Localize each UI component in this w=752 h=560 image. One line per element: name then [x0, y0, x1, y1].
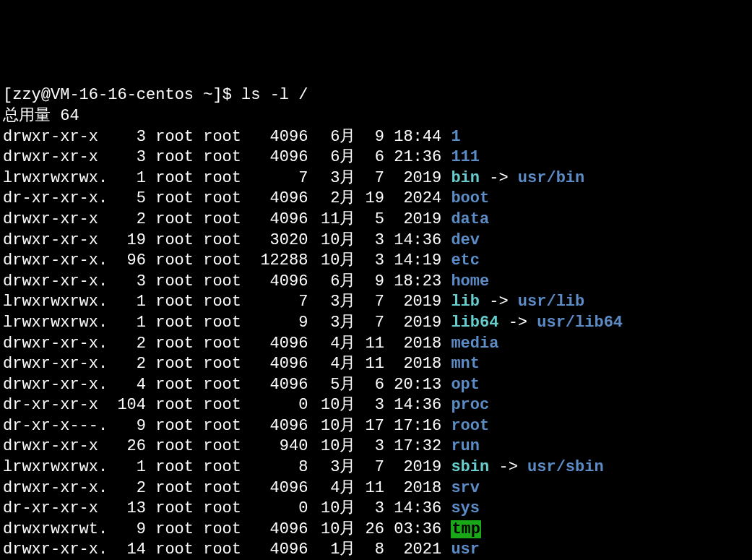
- size: 4096: [251, 354, 308, 375]
- size: 9: [251, 313, 308, 334]
- listing-row: drwxr-xr-x.2 rootroot40964月112018 media: [3, 334, 749, 355]
- perms: drwxr-xr-x: [3, 127, 108, 148]
- size: 4096: [251, 478, 308, 499]
- time: 2018: [384, 334, 441, 355]
- month: 3月: [308, 292, 355, 313]
- month: 4月: [308, 478, 355, 499]
- links: 104: [108, 395, 146, 416]
- group: root: [203, 354, 251, 375]
- file-name: home: [451, 272, 489, 290]
- listing-row: drwxr-xr-x 3 rootroot40966月621:36 111: [3, 147, 749, 168]
- file-name: usr: [451, 540, 480, 559]
- listing-row: dr-xr-xr-x.5 rootroot40962月192024 boot: [3, 189, 749, 210]
- perms: drwxr-xr-x.: [3, 251, 108, 272]
- size: 4096: [251, 127, 308, 148]
- size: 7: [251, 292, 308, 313]
- time: 2019: [384, 292, 441, 313]
- perms: drwxr-xr-x.: [3, 272, 108, 293]
- file-name: root: [451, 417, 489, 435]
- day: 9: [355, 127, 384, 148]
- links: 4: [108, 375, 146, 396]
- day: 7: [355, 457, 384, 478]
- size: 4096: [251, 416, 308, 437]
- month: 10月: [308, 231, 355, 251]
- day: 17: [355, 416, 384, 437]
- owner: root: [155, 251, 203, 272]
- month: 6月: [308, 127, 355, 148]
- day: 19: [355, 189, 384, 210]
- group: root: [203, 520, 251, 540]
- symlink-target: usr/lib64: [537, 314, 623, 332]
- file-name: mnt: [451, 355, 480, 373]
- owner: root: [155, 457, 203, 478]
- perms: drwxr-xr-x.: [3, 375, 108, 396]
- group: root: [203, 127, 251, 148]
- file-name: etc: [451, 251, 480, 270]
- time: 2019: [384, 457, 441, 478]
- perms: drwxr-xr-x.: [3, 540, 108, 560]
- size: 4096: [251, 540, 308, 560]
- file-name: tmp: [451, 520, 481, 538]
- month: 10月: [308, 416, 355, 437]
- symlink-arrow: ->: [498, 314, 537, 332]
- file-name: opt: [451, 376, 480, 394]
- group: root: [203, 313, 251, 334]
- month: 10月: [308, 436, 355, 457]
- listing-row: lrwxrwxrwx.1 rootroot73月72019 bin -> usr…: [3, 168, 749, 189]
- time: 14:36: [384, 499, 441, 520]
- time: 2018: [384, 478, 441, 499]
- file-name: lib64: [451, 314, 498, 332]
- month: 6月: [308, 272, 355, 293]
- listing-row: dr-xr-xr-x 104 rootroot010月314:36 proc: [3, 395, 749, 416]
- day: 3: [355, 251, 384, 272]
- owner: root: [155, 231, 203, 251]
- links: 3: [108, 127, 146, 148]
- group: root: [203, 292, 251, 313]
- time: 2019: [384, 210, 441, 231]
- group: root: [203, 334, 251, 355]
- perms: lrwxrwxrwx.: [3, 168, 108, 189]
- owner: root: [155, 395, 203, 416]
- links: 19: [108, 231, 146, 251]
- owner: root: [155, 478, 203, 499]
- time: 14:36: [384, 395, 441, 416]
- listing-row: drwxr-xr-x.3 rootroot40966月918:23 home: [3, 272, 749, 293]
- owner: root: [155, 168, 203, 189]
- month: 4月: [308, 354, 355, 375]
- links: 1: [108, 457, 146, 478]
- owner: root: [155, 436, 203, 457]
- owner: root: [155, 334, 203, 355]
- perms: dr-xr-xr-x: [3, 499, 108, 520]
- owner: root: [155, 127, 203, 148]
- group: root: [203, 457, 251, 478]
- group: root: [203, 416, 251, 437]
- listing: drwxr-xr-x 3 rootroot40966月918:44 1drwxr…: [3, 127, 749, 560]
- terminal[interactable]: [zzy@VM-16-16-centos ~]$ ls -l / 总用量 64 …: [3, 85, 749, 560]
- group: root: [203, 231, 251, 251]
- links: 9: [108, 416, 146, 437]
- prompt: [zzy@VM-16-16-centos ~]$: [3, 86, 241, 104]
- group: root: [203, 168, 251, 189]
- links: 3: [108, 272, 146, 293]
- symlink-arrow: ->: [480, 293, 518, 311]
- size: 4096: [251, 375, 308, 396]
- day: 3: [355, 231, 384, 251]
- links: 1: [108, 292, 146, 313]
- day: 6: [355, 147, 384, 168]
- group: root: [203, 210, 251, 231]
- file-name: sys: [451, 499, 480, 517]
- command-text: ls -l /: [241, 86, 308, 104]
- time: 17:16: [384, 416, 441, 437]
- perms: lrwxrwxrwx.: [3, 292, 108, 313]
- month: 10月: [308, 499, 355, 520]
- time: 03:36: [384, 520, 441, 540]
- day: 26: [355, 520, 384, 540]
- owner: root: [155, 540, 203, 560]
- group: root: [203, 189, 251, 210]
- listing-row: drwxr-xr-x 26 rootroot94010月317:32 run: [3, 436, 749, 457]
- day: 7: [355, 292, 384, 313]
- month: 6月: [308, 147, 355, 168]
- perms: lrwxrwxrwx.: [3, 313, 108, 334]
- owner: root: [155, 520, 203, 540]
- links: 1: [108, 168, 146, 189]
